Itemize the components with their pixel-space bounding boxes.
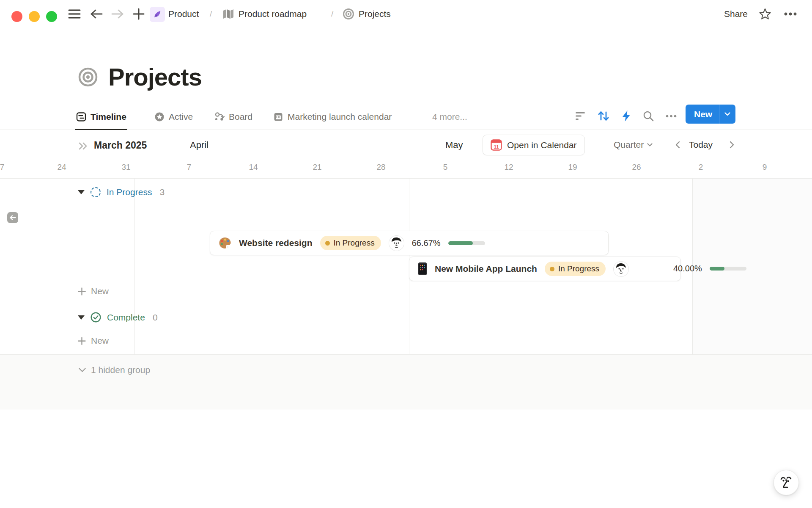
date-tick: 19 <box>568 163 577 172</box>
hidden-group-band <box>0 354 812 409</box>
page-title: Projects <box>108 63 202 91</box>
breadcrumb-separator: / <box>210 0 212 28</box>
month-label-april: April <box>190 140 208 151</box>
breadcrumb-product-icon[interactable] <box>150 7 165 22</box>
card-title: Website redesign <box>239 238 313 248</box>
filter-icon[interactable] <box>572 105 589 127</box>
tab-active[interactable]: Active <box>154 105 194 129</box>
svg-text:11: 11 <box>494 144 499 149</box>
close-window-button[interactable] <box>11 11 22 22</box>
status-label: In Progress <box>558 264 599 273</box>
tab-label: Board <box>229 112 252 122</box>
new-button-chevron-down-icon[interactable] <box>719 105 735 124</box>
hidden-group-toggle[interactable]: 1 hidden group <box>79 365 150 375</box>
open-in-calendar-label: Open in Calendar <box>507 140 577 150</box>
collapse-triangle-icon[interactable] <box>78 190 85 194</box>
timeline-prev-icon[interactable] <box>675 135 680 155</box>
month-label-may: May <box>445 140 463 151</box>
group-count: 3 <box>159 187 165 197</box>
group-header-complete[interactable]: Complete 0 <box>78 312 158 323</box>
more-tabs-button[interactable]: 4 more... <box>432 105 467 129</box>
chevron-down-icon <box>79 368 86 372</box>
add-new-item-button[interactable]: New <box>78 286 109 296</box>
tab-label: Active <box>169 112 193 122</box>
status-dot-icon <box>550 267 554 271</box>
hidden-group-label: 1 hidden group <box>91 365 150 375</box>
assignee-avatar <box>389 235 404 251</box>
tab-label: Marketing launch calendar <box>288 112 392 122</box>
date-tick: 5 <box>443 163 448 172</box>
sidebar-menu-icon[interactable] <box>66 0 83 28</box>
mobile-phone-emoji-icon <box>418 262 427 276</box>
new-button[interactable]: New <box>686 105 735 124</box>
tab-marketing-calendar[interactable]: Marketing launch calendar <box>272 105 392 129</box>
collapse-triangle-icon[interactable] <box>78 315 85 320</box>
status-badge: In Progress <box>545 262 606 276</box>
date-tick: 14 <box>249 163 258 172</box>
breadcrumb-roadmap-icon[interactable] <box>221 0 236 28</box>
timeline-header-divider <box>0 178 812 179</box>
date-tick: 28 <box>376 163 385 172</box>
plus-icon <box>78 287 86 295</box>
assignee-avatar <box>613 261 629 277</box>
complete-status-icon <box>91 312 101 323</box>
chevron-down-icon <box>647 143 653 146</box>
card-title: New Mobile App Launch <box>435 264 537 274</box>
progress-percent: 66.67% <box>412 238 441 248</box>
breadcrumb-target-icon[interactable] <box>341 0 356 28</box>
forward-icon[interactable] <box>109 0 126 28</box>
view-options-icon[interactable] <box>663 105 680 127</box>
new-page-icon[interactable] <box>130 0 147 28</box>
breadcrumb-item-projects[interactable]: Projects <box>359 0 391 28</box>
notion-window: Product / Product roadmap / Projects Sha… <box>0 0 812 508</box>
timeline-zoom-select[interactable]: Quarter <box>614 135 653 155</box>
page-target-icon <box>78 67 98 87</box>
tab-timeline[interactable]: Timeline <box>75 105 127 130</box>
minimize-window-button[interactable] <box>29 11 40 22</box>
timeline-zoom-value: Quarter <box>614 140 644 150</box>
scroll-to-item-left-button[interactable] <box>7 212 18 223</box>
add-new-label: New <box>91 336 109 346</box>
scroll-months-icon[interactable] <box>79 142 88 150</box>
timeline-card-mobile-app-launch[interactable]: New Mobile App Launch In Progress <box>409 257 681 281</box>
today-button[interactable]: Today <box>689 135 713 155</box>
tab-board[interactable]: Board <box>213 105 253 129</box>
timeline-view-icon <box>76 112 86 122</box>
breadcrumb-item-product[interactable]: Product <box>168 0 199 28</box>
automation-lightning-icon[interactable] <box>618 105 635 127</box>
group-name: Complete <box>107 312 145 323</box>
date-tick: 21 <box>313 163 321 172</box>
back-icon[interactable] <box>88 0 105 28</box>
notion-ai-button[interactable] <box>774 470 799 495</box>
zoom-window-button[interactable] <box>46 11 57 22</box>
card-progress-overflow: 40.00% <box>673 257 746 280</box>
progress-percent: 40.00% <box>673 264 702 273</box>
date-tick: 7 <box>187 163 192 172</box>
board-view-icon <box>214 112 225 122</box>
plus-icon <box>78 337 86 345</box>
add-new-item-button[interactable]: New <box>78 336 109 346</box>
status-label: In Progress <box>334 238 375 248</box>
date-tick: 26 <box>632 163 641 172</box>
group-name: In Progress <box>107 187 152 197</box>
share-button[interactable]: Share <box>724 0 748 28</box>
status-badge: In Progress <box>320 236 381 250</box>
date-tick: 31 <box>121 163 130 172</box>
date-tick: 12 <box>504 163 513 172</box>
more-options-icon[interactable] <box>781 0 800 28</box>
open-in-calendar-button[interactable]: 11 Open in Calendar <box>483 135 585 155</box>
breadcrumb-item-roadmap[interactable]: Product roadmap <box>239 0 307 28</box>
status-dot-icon <box>325 241 330 246</box>
search-icon[interactable] <box>640 105 657 127</box>
in-progress-status-icon <box>91 187 101 197</box>
sort-icon[interactable] <box>595 105 612 127</box>
timeline-next-icon[interactable] <box>730 135 734 155</box>
month-label-march: March 2025 <box>94 140 147 151</box>
timeline-card-website-redesign[interactable]: Website redesign In Progress 66.67% <box>210 231 609 255</box>
favorite-star-icon[interactable] <box>756 0 774 28</box>
window-titlebar: Product / Product roadmap / Projects Sha… <box>0 0 812 28</box>
tab-label: Timeline <box>91 112 126 122</box>
calendar-view-icon <box>273 112 283 122</box>
new-button-label: New <box>686 109 719 119</box>
group-header-in-progress[interactable]: In Progress 3 <box>78 187 165 197</box>
